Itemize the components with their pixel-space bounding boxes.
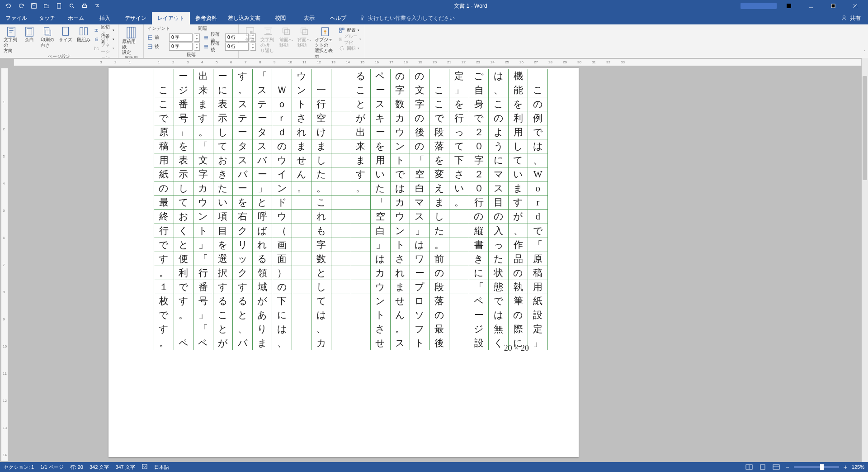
grid-cell[interactable]: と [253, 195, 272, 210]
tab-home[interactable]: ホーム [61, 12, 90, 24]
grid-cell[interactable]: ン [371, 294, 390, 308]
grid-cell[interactable]: ま [193, 97, 213, 111]
grid-cell[interactable]: ご [469, 69, 489, 83]
grid-cell[interactable]: 」 [410, 224, 429, 238]
grid-cell[interactable]: 来 [351, 139, 371, 153]
close-button[interactable] [845, 0, 865, 12]
grid-cell[interactable] [331, 322, 351, 336]
indent-left-input[interactable] [169, 33, 193, 42]
grid-cell[interactable]: 後 [430, 336, 449, 350]
grid-cell[interactable]: く [174, 224, 193, 238]
grid-cell[interactable]: 択 [213, 266, 233, 280]
grid-cell[interactable] [351, 210, 371, 224]
grid-cell[interactable]: リ [233, 238, 252, 252]
quick-print-button[interactable] [80, 2, 89, 10]
grid-cell[interactable]: こ [430, 83, 449, 97]
grid-cell[interactable]: ウ [391, 125, 410, 139]
grid-cell[interactable]: ー [174, 69, 193, 83]
grid-cell[interactable]: ク [233, 224, 252, 238]
grid-cell[interactable]: 便 [174, 252, 193, 266]
grid-cell[interactable] [331, 210, 351, 224]
grid-cell[interactable]: 示 [213, 111, 233, 125]
grid-cell[interactable]: し [311, 280, 331, 294]
indent-right-input[interactable] [169, 43, 193, 51]
grid-cell[interactable]: 変 [430, 167, 449, 181]
grid-cell[interactable] [311, 69, 331, 83]
grid-cell[interactable]: ト [193, 224, 213, 238]
grid-cell[interactable]: の [509, 266, 528, 280]
grid-cell[interactable]: が [213, 336, 233, 350]
grid-cell[interactable]: 原 [528, 252, 547, 266]
grid-cell[interactable]: ー [371, 83, 390, 97]
grid-cell[interactable] [331, 280, 351, 294]
grid-cell[interactable] [292, 252, 311, 266]
grid-cell[interactable]: さ [371, 322, 390, 336]
grid-cell[interactable]: 表 [174, 153, 193, 167]
zoom-level[interactable]: 125% [852, 464, 864, 470]
grid-cell[interactable]: 数 [391, 97, 410, 111]
grid-cell[interactable]: 文 [410, 83, 429, 97]
vertical-ruler[interactable]: 1234567891011121314 [1, 68, 8, 461]
tab-layout[interactable]: レイアウト [152, 12, 190, 24]
grid-cell[interactable]: ス [253, 139, 272, 153]
status-chars[interactable]: 347 文字 [115, 464, 135, 471]
grid-cell[interactable]: ま [509, 181, 528, 195]
grid-cell[interactable]: の [410, 139, 429, 153]
grid-cell[interactable]: れ [253, 238, 272, 252]
grid-cell[interactable]: 「 [410, 153, 429, 167]
size-button[interactable]: サイズ [58, 25, 73, 43]
tab-file[interactable]: ファイル [0, 12, 33, 24]
grid-cell[interactable]: ま [430, 195, 449, 210]
grid-cell[interactable]: ウ [272, 210, 292, 224]
grid-cell[interactable] [331, 153, 351, 167]
grid-cell[interactable]: で [154, 238, 174, 252]
grid-cell[interactable]: １ [154, 280, 174, 294]
grid-cell[interactable]: 、 [233, 322, 252, 336]
grid-cell[interactable]: の [391, 69, 410, 83]
grid-cell[interactable]: て [311, 294, 331, 308]
grid-cell[interactable] [331, 167, 351, 181]
grid-cell[interactable]: 数 [311, 252, 331, 266]
rotate-button[interactable]: 回転 ▾ [339, 44, 362, 52]
grid-cell[interactable]: ン [391, 139, 410, 153]
grid-cell[interactable]: の [509, 308, 528, 322]
grid-cell[interactable]: す [193, 111, 213, 125]
grid-cell[interactable]: o [528, 181, 547, 195]
grid-cell[interactable]: を [174, 139, 193, 153]
grid-cell[interactable]: 白 [410, 181, 429, 195]
grid-cell[interactable]: 字 [410, 97, 429, 111]
grid-cell[interactable] [331, 308, 351, 322]
margins-button[interactable]: 余白 [22, 25, 37, 43]
grid-cell[interactable]: ま [351, 153, 371, 167]
grid-cell[interactable]: 例 [528, 111, 547, 125]
grid-cell[interactable]: で [391, 167, 410, 181]
grid-cell[interactable]: 自 [469, 83, 489, 97]
grid-cell[interactable]: さ [292, 111, 311, 125]
grid-cell[interactable]: 字 [193, 167, 213, 181]
grid-cell[interactable]: 番 [174, 97, 193, 111]
grid-cell[interactable]: カ [193, 181, 213, 195]
grid-cell[interactable]: バ [233, 336, 252, 350]
grid-cell[interactable]: で [528, 224, 547, 238]
zoom-in-button[interactable]: + [844, 463, 847, 471]
tab-references[interactable]: 参考資料 [190, 12, 222, 24]
grid-cell[interactable]: 終 [154, 210, 174, 224]
grid-cell[interactable]: よ [489, 125, 508, 139]
grid-cell[interactable]: イ [272, 167, 292, 181]
grid-cell[interactable]: 「 [193, 322, 213, 336]
grid-cell[interactable]: て [213, 139, 233, 153]
undo-button[interactable] [5, 2, 13, 10]
status-proofing-icon[interactable] [142, 463, 148, 471]
grid-cell[interactable]: こ [154, 97, 174, 111]
grid-cell[interactable]: ウ [193, 195, 213, 210]
grid-cell[interactable]: テ [233, 111, 252, 125]
wrap-text-button[interactable]: 文字列の折 り返し [260, 25, 276, 53]
genkouyoushi-grid[interactable]: この例では、Wordで「原稿用紙設定」機能を利用していますが、作品の執筆の際には… [154, 69, 548, 350]
selection-pane-button[interactable]: オブジェクトの 選択と表示 [315, 25, 336, 59]
grid-cell[interactable]: り [253, 322, 272, 336]
tab-insert[interactable]: 挿入 [90, 12, 119, 24]
grid-cell[interactable]: 白 [371, 224, 390, 238]
grid-cell[interactable]: 、 [528, 153, 547, 167]
grid-cell[interactable] [292, 308, 311, 322]
grid-cell[interactable]: 際 [509, 322, 528, 336]
